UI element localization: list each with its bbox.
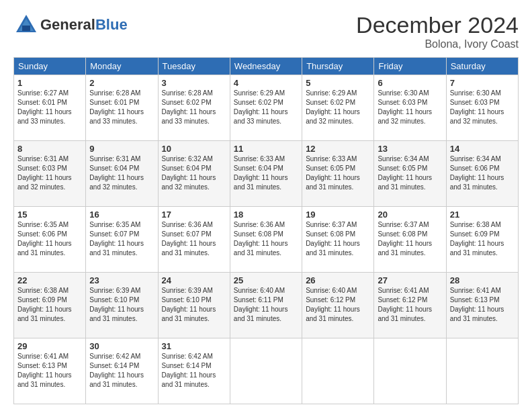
table-row: 15Sunrise: 6:35 AMSunset: 6:06 PMDayligh… bbox=[14, 207, 86, 273]
month-title: December 2024 bbox=[356, 12, 519, 38]
day-number: 28 bbox=[450, 275, 515, 285]
table-row: 9Sunrise: 6:31 AMSunset: 6:04 PMDaylight… bbox=[86, 141, 158, 207]
day-number: 1 bbox=[17, 78, 82, 88]
table-row bbox=[446, 338, 518, 404]
table-row: 6Sunrise: 6:30 AMSunset: 6:03 PMDaylight… bbox=[374, 75, 446, 141]
day-number: 27 bbox=[378, 275, 442, 285]
col-wednesday: Wednesday bbox=[230, 58, 302, 75]
col-friday: Friday bbox=[374, 58, 446, 75]
table-row: 18Sunrise: 6:36 AMSunset: 6:08 PMDayligh… bbox=[230, 207, 302, 273]
calendar-week-4: 22Sunrise: 6:38 AMSunset: 6:09 PMDayligh… bbox=[14, 273, 519, 338]
table-row bbox=[230, 338, 302, 404]
table-row: 1Sunrise: 6:27 AMSunset: 6:01 PMDaylight… bbox=[14, 75, 86, 141]
day-info: Sunrise: 6:33 AMSunset: 6:05 PMDaylight:… bbox=[306, 154, 370, 192]
day-info: Sunrise: 6:28 AMSunset: 6:02 PMDaylight:… bbox=[162, 89, 226, 126]
day-info: Sunrise: 6:41 AMSunset: 6:13 PMDaylight:… bbox=[17, 352, 82, 390]
day-info: Sunrise: 6:40 AMSunset: 6:12 PMDaylight:… bbox=[306, 286, 370, 324]
day-number: 2 bbox=[89, 78, 154, 88]
day-number: 10 bbox=[162, 144, 226, 154]
day-number: 29 bbox=[17, 341, 82, 351]
table-row bbox=[302, 338, 374, 404]
col-thursday: Thursday bbox=[302, 58, 374, 75]
calendar-header-row: Sunday Monday Tuesday Wednesday Thursday… bbox=[14, 58, 519, 75]
page: GeneralBlue December 2024 Bolona, Ivory … bbox=[0, 0, 532, 411]
table-row: 16Sunrise: 6:35 AMSunset: 6:07 PMDayligh… bbox=[86, 207, 158, 273]
day-number: 13 bbox=[378, 144, 442, 154]
calendar-week-3: 15Sunrise: 6:35 AMSunset: 6:06 PMDayligh… bbox=[14, 207, 519, 273]
table-row: 23Sunrise: 6:39 AMSunset: 6:10 PMDayligh… bbox=[86, 273, 158, 338]
day-info: Sunrise: 6:36 AMSunset: 6:07 PMDaylight:… bbox=[162, 220, 226, 258]
day-number: 12 bbox=[306, 144, 370, 154]
table-row: 17Sunrise: 6:36 AMSunset: 6:07 PMDayligh… bbox=[158, 207, 230, 273]
day-info: Sunrise: 6:41 AMSunset: 6:13 PMDaylight:… bbox=[450, 286, 515, 324]
calendar-week-5: 29Sunrise: 6:41 AMSunset: 6:13 PMDayligh… bbox=[14, 338, 519, 404]
day-number: 21 bbox=[450, 210, 515, 220]
day-info: Sunrise: 6:29 AMSunset: 6:02 PMDaylight:… bbox=[234, 89, 298, 126]
day-number: 22 bbox=[17, 275, 82, 285]
day-info: Sunrise: 6:33 AMSunset: 6:04 PMDaylight:… bbox=[234, 154, 298, 192]
day-number: 15 bbox=[17, 210, 82, 220]
day-number: 4 bbox=[234, 78, 298, 88]
day-info: Sunrise: 6:31 AMSunset: 6:04 PMDaylight:… bbox=[89, 154, 154, 192]
table-row: 28Sunrise: 6:41 AMSunset: 6:13 PMDayligh… bbox=[446, 273, 518, 338]
day-number: 14 bbox=[450, 144, 515, 154]
col-saturday: Saturday bbox=[446, 58, 518, 75]
table-row: 8Sunrise: 6:31 AMSunset: 6:03 PMDaylight… bbox=[14, 141, 86, 207]
day-number: 3 bbox=[162, 78, 226, 88]
logo-text: GeneralBlue bbox=[40, 17, 128, 33]
col-monday: Monday bbox=[86, 58, 158, 75]
table-row: 29Sunrise: 6:41 AMSunset: 6:13 PMDayligh… bbox=[14, 338, 86, 404]
day-info: Sunrise: 6:42 AMSunset: 6:14 PMDaylight:… bbox=[89, 352, 154, 390]
logo-icon bbox=[13, 12, 39, 38]
table-row: 25Sunrise: 6:40 AMSunset: 6:11 PMDayligh… bbox=[230, 273, 302, 338]
day-number: 7 bbox=[450, 78, 515, 88]
day-info: Sunrise: 6:34 AMSunset: 6:05 PMDaylight:… bbox=[378, 154, 442, 192]
day-info: Sunrise: 6:39 AMSunset: 6:10 PMDaylight:… bbox=[162, 286, 226, 324]
calendar-week-2: 8Sunrise: 6:31 AMSunset: 6:03 PMDaylight… bbox=[14, 141, 519, 207]
table-row: 26Sunrise: 6:40 AMSunset: 6:12 PMDayligh… bbox=[302, 273, 374, 338]
day-number: 24 bbox=[162, 275, 226, 285]
table-row: 19Sunrise: 6:37 AMSunset: 6:08 PMDayligh… bbox=[302, 207, 374, 273]
day-info: Sunrise: 6:35 AMSunset: 6:06 PMDaylight:… bbox=[17, 220, 82, 258]
day-number: 25 bbox=[234, 275, 298, 285]
day-info: Sunrise: 6:34 AMSunset: 6:06 PMDaylight:… bbox=[450, 154, 515, 192]
day-info: Sunrise: 6:35 AMSunset: 6:07 PMDaylight:… bbox=[89, 220, 154, 258]
header: GeneralBlue December 2024 Bolona, Ivory … bbox=[13, 12, 519, 50]
day-info: Sunrise: 6:38 AMSunset: 6:09 PMDaylight:… bbox=[17, 286, 82, 324]
logo: GeneralBlue bbox=[13, 12, 128, 38]
day-info: Sunrise: 6:39 AMSunset: 6:10 PMDaylight:… bbox=[89, 286, 154, 324]
title-block: December 2024 Bolona, Ivory Coast bbox=[356, 12, 519, 50]
day-info: Sunrise: 6:30 AMSunset: 6:03 PMDaylight:… bbox=[378, 89, 442, 126]
svg-rect-2 bbox=[22, 26, 30, 31]
day-info: Sunrise: 6:32 AMSunset: 6:04 PMDaylight:… bbox=[162, 154, 226, 192]
day-info: Sunrise: 6:41 AMSunset: 6:12 PMDaylight:… bbox=[378, 286, 442, 324]
day-number: 20 bbox=[378, 210, 442, 220]
table-row: 11Sunrise: 6:33 AMSunset: 6:04 PMDayligh… bbox=[230, 141, 302, 207]
calendar-week-1: 1Sunrise: 6:27 AMSunset: 6:01 PMDaylight… bbox=[14, 75, 519, 141]
day-number: 6 bbox=[378, 78, 442, 88]
day-info: Sunrise: 6:30 AMSunset: 6:03 PMDaylight:… bbox=[450, 89, 515, 126]
day-info: Sunrise: 6:31 AMSunset: 6:03 PMDaylight:… bbox=[17, 154, 82, 192]
day-info: Sunrise: 6:37 AMSunset: 6:08 PMDaylight:… bbox=[306, 220, 370, 258]
col-sunday: Sunday bbox=[14, 58, 86, 75]
day-info: Sunrise: 6:28 AMSunset: 6:01 PMDaylight:… bbox=[89, 89, 154, 126]
day-info: Sunrise: 6:29 AMSunset: 6:02 PMDaylight:… bbox=[306, 89, 370, 126]
table-row: 30Sunrise: 6:42 AMSunset: 6:14 PMDayligh… bbox=[86, 338, 158, 404]
table-row: 2Sunrise: 6:28 AMSunset: 6:01 PMDaylight… bbox=[86, 75, 158, 141]
calendar-table: Sunday Monday Tuesday Wednesday Thursday… bbox=[13, 57, 519, 404]
table-row: 20Sunrise: 6:37 AMSunset: 6:08 PMDayligh… bbox=[374, 207, 446, 273]
day-number: 23 bbox=[89, 275, 154, 285]
table-row: 7Sunrise: 6:30 AMSunset: 6:03 PMDaylight… bbox=[446, 75, 518, 141]
day-number: 9 bbox=[89, 144, 154, 154]
day-info: Sunrise: 6:37 AMSunset: 6:08 PMDaylight:… bbox=[378, 220, 442, 258]
day-number: 26 bbox=[306, 275, 370, 285]
table-row bbox=[374, 338, 446, 404]
day-info: Sunrise: 6:36 AMSunset: 6:08 PMDaylight:… bbox=[234, 220, 298, 258]
day-number: 11 bbox=[234, 144, 298, 154]
table-row: 24Sunrise: 6:39 AMSunset: 6:10 PMDayligh… bbox=[158, 273, 230, 338]
day-number: 30 bbox=[89, 341, 154, 351]
table-row: 4Sunrise: 6:29 AMSunset: 6:02 PMDaylight… bbox=[230, 75, 302, 141]
table-row: 13Sunrise: 6:34 AMSunset: 6:05 PMDayligh… bbox=[374, 141, 446, 207]
table-row: 22Sunrise: 6:38 AMSunset: 6:09 PMDayligh… bbox=[14, 273, 86, 338]
location: Bolona, Ivory Coast bbox=[356, 38, 519, 50]
